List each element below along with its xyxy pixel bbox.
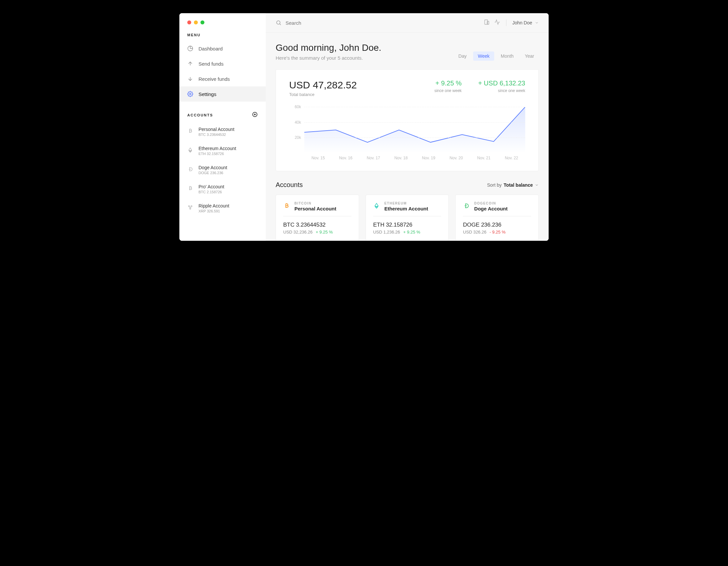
period-tab-month[interactable]: Month	[496, 51, 518, 61]
minimize-icon[interactable]	[194, 20, 198, 24]
svg-point-0	[190, 93, 191, 95]
coin-icon	[187, 204, 193, 212]
nav-dashboard[interactable]: Dashboard	[179, 41, 266, 56]
chart-x-tick: Nov. 20	[442, 156, 470, 160]
chart-x-tick: Nov. 22	[498, 156, 525, 160]
app-window: MENU Dashboard Send funds Receive funds …	[179, 13, 549, 241]
svg-point-3	[191, 205, 192, 207]
change-percent: - 9.25 %	[490, 229, 505, 234]
chart-gridline	[304, 122, 525, 123]
svg-rect-7	[487, 21, 489, 24]
coin-label: ETHEREUM	[384, 201, 428, 205]
chevron-down-icon	[535, 21, 539, 25]
nav-send-funds[interactable]: Send funds	[179, 56, 266, 71]
coin-balance: DOGE 236.236	[463, 222, 531, 228]
account-name: Personal Account	[198, 127, 234, 132]
account-name: Personal Account	[294, 206, 336, 211]
balance-chart: 60k40k20k Nov. 15Nov. 16Nov. 17Nov. 18No…	[289, 107, 525, 163]
sidebar: MENU Dashboard Send funds Receive funds …	[179, 13, 266, 241]
balance-label: Total balance	[289, 92, 357, 97]
accounts-title: Accounts	[276, 181, 303, 189]
chart-x-tick: Nov. 17	[360, 156, 387, 160]
usd-balance: USD 326.26	[463, 229, 486, 234]
account-balance-sub: ETH 32.158726	[198, 152, 236, 156]
sidebar-account-item[interactable]: Pro' Account BTC 2.158726	[179, 179, 266, 198]
account-balance-sub: DOGE 236.236	[198, 171, 227, 175]
chart-x-tick: Nov. 15	[304, 156, 332, 160]
stat-value: + 9.25 %	[434, 79, 462, 87]
account-card[interactable]: ETHEREUM Ethereum Account ETH 32.158726 …	[366, 194, 449, 241]
usd-balance-row: USD 32,236.26 + 9.25 %	[283, 229, 351, 234]
account-card[interactable]: BITCOIN Personal Account BTC 3.23644532 …	[276, 194, 359, 241]
account-name: Ethereum Account	[384, 206, 428, 211]
sidebar-account-item[interactable]: Ripple Account XRP 326.591	[179, 198, 266, 218]
chart-x-tick: Nov. 19	[415, 156, 442, 160]
change-percent: + 9.25 %	[403, 229, 420, 234]
maximize-icon[interactable]	[200, 20, 204, 24]
activity-button[interactable]	[494, 19, 500, 26]
sidebar-account-item[interactable]: Doge Account DOGE 236.236	[179, 160, 266, 179]
nav-settings[interactable]: Settings	[179, 86, 266, 102]
line-chart-svg	[304, 107, 525, 153]
search-field[interactable]	[276, 20, 479, 26]
chevron-down-icon	[535, 183, 539, 187]
devices-button[interactable]	[484, 19, 490, 26]
accounts-section-label: ACCOUNTS	[187, 113, 213, 117]
search-icon	[276, 20, 282, 26]
card-header: ETHEREUM Ethereum Account	[373, 201, 441, 216]
greeting-subtitle: Here's the summary of your 5 accounts.	[276, 55, 381, 61]
coin-icon	[187, 166, 193, 173]
arrow-down-icon	[187, 76, 193, 82]
account-balance-sub: XRP 326.591	[198, 209, 229, 213]
sidebar-account-item[interactable]: Personal Account BTC 3.23644532	[179, 122, 266, 141]
window-controls	[179, 19, 266, 33]
search-input[interactable]	[286, 20, 351, 26]
chart-x-tick: Nov. 21	[470, 156, 498, 160]
usd-balance-row: USD 326.26 - 9.25 %	[463, 229, 531, 234]
stat-label: since one week	[478, 88, 525, 93]
svg-point-4	[190, 208, 191, 209]
topbar: John Doe	[266, 13, 549, 33]
account-cards-row: BITCOIN Personal Account BTC 3.23644532 …	[276, 194, 539, 241]
balance-summary: USD 47,282.52 Total balance + 9.25 % sin…	[289, 79, 525, 97]
period-tab-day[interactable]: Day	[454, 51, 471, 61]
period-tab-year[interactable]: Year	[520, 51, 539, 61]
chart-x-tick: Nov. 16	[332, 156, 360, 160]
coin-balance: BTC 3.23644532	[283, 222, 351, 228]
balance-card: USD 47,282.52 Total balance + 9.25 % sin…	[276, 69, 539, 171]
add-account-button[interactable]	[252, 111, 258, 119]
period-tab-week[interactable]: Week	[473, 51, 494, 61]
pie-chart-icon	[187, 45, 193, 51]
chart-y-tick: 40k	[295, 120, 301, 125]
account-name: Doge Account	[198, 165, 227, 170]
account-name: Doge Account	[474, 206, 507, 211]
activity-icon	[494, 19, 500, 25]
account-balance-sub: BTC 2.158726	[198, 190, 224, 194]
coin-icon	[187, 147, 193, 154]
close-icon[interactable]	[187, 20, 191, 24]
greeting-title: Good morning, John Doe.	[276, 43, 381, 53]
accounts-cards-header: Accounts Sort by Total balance	[276, 181, 539, 189]
account-name: Ripple Account	[198, 203, 229, 208]
sidebar-account-item[interactable]: Ethereum Account ETH 32.158726	[179, 141, 266, 160]
svg-point-2	[188, 205, 190, 207]
devices-icon	[484, 19, 490, 25]
greeting-text: Good morning, John Doe. Here's the summa…	[276, 43, 381, 61]
balance-amount: USD 47,282.52	[289, 79, 357, 91]
user-menu[interactable]: John Doe	[512, 20, 539, 25]
account-card[interactable]: DOGECOIN Doge Account DOGE 236.236 USD 3…	[455, 194, 539, 241]
nav-receive-funds[interactable]: Receive funds	[179, 71, 266, 86]
chart-area-fill	[304, 107, 525, 153]
chart-y-tick: 20k	[295, 135, 301, 140]
period-tabs: DayWeekMonthYear	[454, 51, 539, 61]
card-header: BITCOIN Personal Account	[283, 201, 351, 216]
content-area: Good morning, John Doe. Here's the summa…	[266, 33, 549, 241]
card-header: DOGECOIN Doge Account	[463, 201, 531, 216]
account-name: Pro' Account	[198, 184, 224, 189]
gear-icon	[187, 91, 193, 97]
arrow-up-icon	[187, 61, 193, 67]
sort-dropdown[interactable]: Sort by Total balance	[487, 182, 539, 188]
usd-balance-row: USD 1,236.26 + 9.25 %	[373, 229, 441, 234]
chart-x-tick: Nov. 18	[387, 156, 415, 160]
coin-icon	[283, 202, 290, 210]
